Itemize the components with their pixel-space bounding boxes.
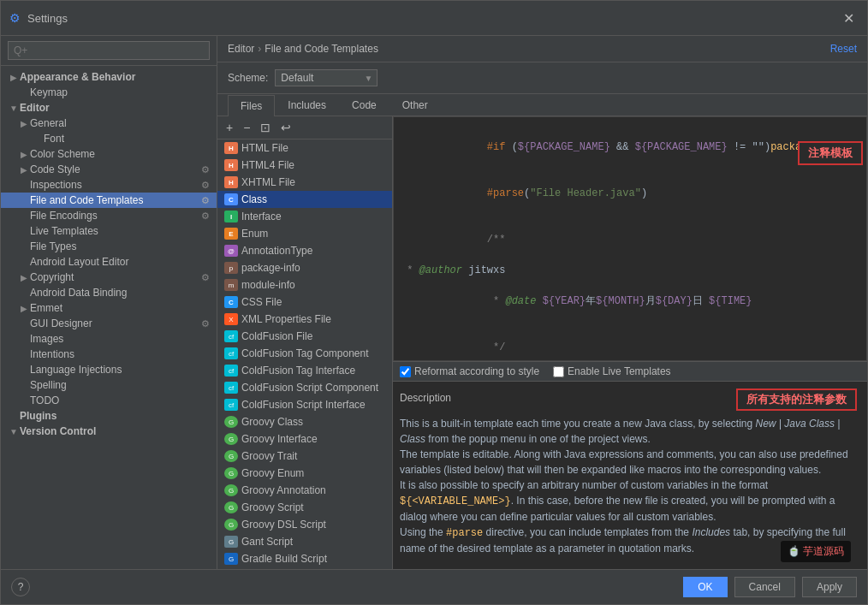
watermark-text: 芋道源码 bbox=[803, 545, 844, 557]
code-line-6: */ bbox=[401, 324, 859, 361]
sidebar-item-copyright[interactable]: ▶ Copyright ⚙ bbox=[1, 270, 217, 285]
apply-button[interactable]: Apply bbox=[802, 577, 857, 597]
remove-template-button[interactable]: − bbox=[240, 120, 253, 135]
html-icon: H bbox=[224, 176, 238, 188]
sidebar-item-version-control[interactable]: ▼ Version Control bbox=[1, 424, 217, 439]
ok-button[interactable]: OK bbox=[683, 577, 727, 597]
file-item-cf-script-interface[interactable]: cf ColdFusion Script Interface bbox=[217, 396, 392, 413]
sidebar-item-android-layout[interactable]: Android Layout Editor bbox=[1, 254, 217, 270]
sidebar-item-font[interactable]: Font bbox=[1, 131, 217, 146]
sidebar-item-todo[interactable]: TODO bbox=[1, 393, 217, 408]
sidebar-item-gui-designer[interactable]: GUI Designer ⚙ bbox=[1, 316, 217, 331]
sidebar-item-file-encodings[interactable]: File Encodings ⚙ bbox=[1, 208, 217, 223]
add-template-button[interactable]: + bbox=[223, 120, 236, 135]
breadcrumb: Editor › File and Code Templates Reset bbox=[217, 36, 867, 62]
settings-window: ⚙ Settings ✕ ▶ Appearance & Behavior Key… bbox=[0, 0, 868, 605]
file-item-cf-script-component[interactable]: cf ColdFusion Script Component bbox=[217, 379, 392, 396]
search-input[interactable] bbox=[8, 41, 210, 60]
cf-icon: cf bbox=[224, 382, 238, 394]
sidebar-item-general[interactable]: ▶ General bbox=[1, 116, 217, 131]
sidebar-item-intentions[interactable]: Intentions bbox=[1, 347, 217, 362]
toggle-icon: ▼ bbox=[8, 427, 20, 436]
reset-button[interactable]: Reset bbox=[830, 43, 857, 55]
main-content: ▶ Appearance & Behavior Keymap ▼ Editor … bbox=[1, 36, 867, 569]
module-icon: m bbox=[224, 279, 238, 291]
sidebar-item-color-scheme[interactable]: ▶ Color Scheme bbox=[1, 146, 217, 162]
file-item-cf-tag-interface[interactable]: cf ColdFusion Tag Interface bbox=[217, 362, 392, 379]
sidebar-item-android-data[interactable]: Android Data Binding bbox=[1, 285, 217, 300]
sidebar-item-emmet[interactable]: ▶ Emmet bbox=[1, 300, 217, 316]
file-item-xml-properties[interactable]: X XML Properties File bbox=[217, 311, 392, 328]
sidebar-item-file-types[interactable]: File Types bbox=[1, 239, 217, 254]
file-item-coldfusion[interactable]: cf ColdFusion File bbox=[217, 328, 392, 345]
file-item-gradle[interactable]: G Gradle Build Script bbox=[217, 550, 392, 567]
help-button[interactable]: ? bbox=[11, 578, 30, 596]
breadcrumb-current: File and Code Templates bbox=[265, 43, 378, 55]
file-item-class[interactable]: C Class bbox=[217, 191, 392, 208]
gradle-icon: G bbox=[224, 553, 238, 565]
watermark: 🍵 芋道源码 bbox=[781, 541, 851, 562]
sidebar-item-keymap[interactable]: Keymap bbox=[1, 85, 217, 100]
file-item-groovy-class[interactable]: G Groovy Class bbox=[217, 413, 392, 430]
gear-icon: ⚙ bbox=[201, 164, 210, 175]
file-item-groovy-annotation[interactable]: G Groovy Annotation bbox=[217, 482, 392, 499]
file-item-interface[interactable]: I Interface bbox=[217, 208, 392, 225]
html-icon: H bbox=[224, 159, 238, 171]
file-list-toolbar: + − ⊡ ↩ bbox=[217, 116, 392, 139]
sidebar-item-code-style[interactable]: ▶ Code Style ⚙ bbox=[1, 162, 217, 177]
sidebar-item-editor[interactable]: ▼ Editor bbox=[1, 100, 217, 116]
sidebar-item-live-templates[interactable]: Live Templates bbox=[1, 223, 217, 239]
html-icon: H bbox=[224, 142, 238, 154]
file-item-enum[interactable]: E Enum bbox=[217, 225, 392, 242]
file-item-css[interactable]: C CSS File bbox=[217, 294, 392, 311]
live-templates-checkbox-label[interactable]: Enable Live Templates bbox=[553, 365, 671, 377]
copy-template-button[interactable]: ⊡ bbox=[257, 120, 274, 135]
toggle-icon: ▼ bbox=[8, 104, 20, 113]
file-item-html4[interactable]: H HTML4 File bbox=[217, 157, 392, 174]
file-item-annotation-type[interactable]: @ AnnotationType bbox=[217, 242, 392, 259]
gear-icon: ⚙ bbox=[201, 318, 210, 329]
groovy-icon: G bbox=[224, 433, 238, 445]
reformat-checkbox[interactable] bbox=[400, 366, 411, 377]
description-title: Description bbox=[400, 392, 451, 404]
file-item-gant[interactable]: G Gant Script bbox=[217, 533, 392, 550]
groovy-icon: G bbox=[224, 519, 238, 531]
file-item-groovy-enum[interactable]: G Groovy Enum bbox=[217, 465, 392, 482]
tab-code[interactable]: Code bbox=[339, 94, 389, 116]
file-item-cf-tag-component[interactable]: cf ColdFusion Tag Component bbox=[217, 345, 392, 362]
sidebar-item-file-code-templates[interactable]: File and Code Templates ⚙ bbox=[1, 193, 217, 208]
sidebar-item-appearance[interactable]: ▶ Appearance & Behavior bbox=[1, 69, 217, 85]
file-item-package-info[interactable]: p package-info bbox=[217, 259, 392, 276]
cf-icon: cf bbox=[224, 365, 238, 377]
file-item-groovy-dsl[interactable]: G Groovy DSL Script bbox=[217, 516, 392, 533]
code-editor[interactable]: #if (${PACKAGE_NAME} && ${PACKAGE_NAME} … bbox=[393, 116, 867, 361]
sidebar-item-spelling[interactable]: Spelling bbox=[1, 377, 217, 393]
reformat-checkbox-label[interactable]: Reformat according to style bbox=[400, 365, 539, 377]
sidebar-item-images[interactable]: Images bbox=[1, 331, 217, 347]
tab-includes[interactable]: Includes bbox=[275, 94, 339, 116]
cf-icon: cf bbox=[224, 330, 238, 342]
cancel-button[interactable]: Cancel bbox=[734, 577, 795, 597]
file-item-html[interactable]: H HTML File bbox=[217, 139, 392, 157]
file-item-xhtml[interactable]: H XHTML File bbox=[217, 174, 392, 191]
sidebar-item-plugins[interactable]: Plugins bbox=[1, 408, 217, 424]
scheme-select[interactable]: Default bbox=[275, 69, 378, 86]
file-list-items: H HTML File H HTML4 File H XHTML File bbox=[217, 139, 392, 569]
close-button[interactable]: ✕ bbox=[838, 8, 859, 28]
tab-files[interactable]: Files bbox=[228, 95, 275, 116]
file-item-groovy-interface[interactable]: G Groovy Interface bbox=[217, 430, 392, 448]
gant-icon: G bbox=[224, 536, 238, 548]
annotation-box: 注释模板 bbox=[798, 141, 863, 165]
scheme-label: Scheme: bbox=[228, 72, 268, 84]
right-panel: Editor › File and Code Templates Reset S… bbox=[217, 36, 867, 569]
tab-other[interactable]: Other bbox=[389, 94, 441, 116]
file-item-groovy-trait[interactable]: G Groovy Trait bbox=[217, 448, 392, 465]
reset-template-button[interactable]: ↩ bbox=[277, 120, 294, 135]
sidebar-item-lang-injections[interactable]: Language Injections bbox=[1, 362, 217, 377]
live-templates-checkbox[interactable] bbox=[553, 366, 564, 377]
file-item-groovy-script[interactable]: G Groovy Script bbox=[217, 499, 392, 516]
window-icon: ⚙ bbox=[9, 11, 21, 25]
description-annotation-box: 所有支持的注释参数 bbox=[736, 389, 857, 411]
file-item-module-info[interactable]: m module-info bbox=[217, 276, 392, 294]
sidebar-item-inspections[interactable]: Inspections ⚙ bbox=[1, 177, 217, 193]
